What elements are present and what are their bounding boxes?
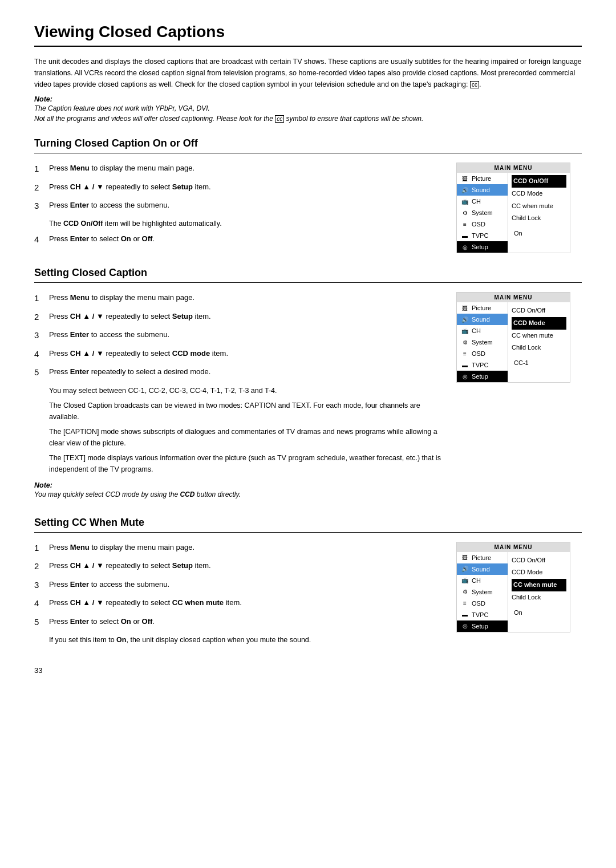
menu-title-2: MAIN MENU xyxy=(457,293,570,302)
setup-icon-1: ◎ xyxy=(460,243,469,251)
step-3-2: 2 Press CH ▲ / ▼ repeatedly to select Se… xyxy=(34,560,445,573)
extra-2-2: The Closed Caption broadcasts can be vie… xyxy=(49,400,445,423)
menu-item-setup-1: ◎Setup xyxy=(457,241,508,253)
menu-right-childlock-2: Child Lock xyxy=(512,342,566,354)
menu-right-ccdonoff-1: CCD On/Off xyxy=(512,175,566,188)
step-1-2: 2 Press CH ▲ / ▼ repeatedly to select Se… xyxy=(34,181,445,194)
sound-icon-1: 🔊 xyxy=(460,186,469,194)
menu-right-1: CCD On/Off CCD Mode CC when mute Child L… xyxy=(508,173,570,253)
section-1-steps: 1 Press Menu to display the menu main pa… xyxy=(34,163,445,252)
menu-item-picture-1: 🖼Picture xyxy=(457,173,508,184)
section-1-title: Turning Closed Caption On or Off xyxy=(34,137,582,153)
menu-right-2: CCD On/Off CCD Mode CC when mute Child L… xyxy=(508,302,570,382)
step-3-1: 1 Press Menu to display the menu main pa… xyxy=(34,542,445,555)
menu-item-ch-3: 📺CH xyxy=(457,575,508,586)
section-3-title: Setting CC When Mute xyxy=(34,517,582,533)
step-2-1: 1 Press Menu to display the menu main pa… xyxy=(34,292,445,305)
osd-icon-2: ≡ xyxy=(460,350,469,358)
step-2-4: 4 Press CH ▲ / ▼ repeatedly to select CC… xyxy=(34,348,445,361)
menu-item-setup-2: ◎Setup xyxy=(457,371,508,382)
section-1-container: 1 Press Menu to display the menu main pa… xyxy=(34,163,582,253)
page-title: Viewing Closed Captions xyxy=(34,23,582,47)
system-icon-3: ⚙ xyxy=(460,588,469,596)
picture-icon-2: 🖼 xyxy=(460,304,469,312)
ch-icon-2: 📺 xyxy=(460,327,469,335)
menu-widget-3: MAIN MENU 🖼Picture 🔊Sound 📺CH ⚙System xyxy=(456,542,582,632)
note-line-1: The Caption feature does not work with Y… xyxy=(34,103,582,113)
menu-right-ccmute-2: CC when mute xyxy=(512,330,566,342)
menu-item-sound-3: 🔊Sound xyxy=(457,563,508,575)
menu-left-2: 🖼Picture 🔊Sound 📺CH ⚙System ≡OSD xyxy=(457,302,508,382)
step-1-1: 1 Press Menu to display the menu main pa… xyxy=(34,163,445,176)
ch-icon-1: 📺 xyxy=(460,197,469,205)
menu-item-sound-2: 🔊Sound xyxy=(457,314,508,325)
menu-item-picture-2: 🖼Picture xyxy=(457,302,508,314)
menu-right-ccdonoff-3: CCD On/Off xyxy=(512,554,566,567)
step-1-3-sub: The CCD On/Off item will be highlighted … xyxy=(49,218,445,229)
step-3-5: 5 Press Enter to select On or Off. xyxy=(34,616,445,629)
menu-right-ccdmode-1: CCD Mode xyxy=(512,188,566,200)
menu-right-ccmute-1: CC when mute xyxy=(512,200,566,213)
step-1-3: 3 Press Enter to access the submenu. xyxy=(34,200,445,213)
intro-text: The unit decodes and displays the closed… xyxy=(34,56,582,90)
step-2-2: 2 Press CH ▲ / ▼ repeatedly to select Se… xyxy=(34,311,445,324)
extra-2-1: You may select between CC-1, CC-2, CC-3,… xyxy=(49,385,445,396)
setup-icon-2: ◎ xyxy=(460,372,469,380)
menu-value-1: On xyxy=(512,227,566,241)
section-2-steps: 1 Press Menu to display the menu main pa… xyxy=(34,292,445,503)
section-3-container: 1 Press Menu to display the menu main pa… xyxy=(34,542,582,650)
note-line-2: Not all the programs and videos will off… xyxy=(34,113,582,124)
menu-item-osd-2: ≡OSD xyxy=(457,348,508,359)
menu-item-setup-3: ◎Setup xyxy=(457,620,508,632)
section-2-container: 1 Press Menu to display the menu main pa… xyxy=(34,292,582,503)
menu-title-3: MAIN MENU xyxy=(457,542,570,552)
step-1-4: 4 Press Enter to select On or Off. xyxy=(34,233,445,246)
osd-icon-3: ≡ xyxy=(460,599,469,607)
menu-left-3: 🖼Picture 🔊Sound 📺CH ⚙System ≡OSD xyxy=(457,552,508,632)
menu-item-sound-1: 🔊Sound xyxy=(457,184,508,196)
menu-item-system-2: ⚙System xyxy=(457,336,508,348)
menu-right-ccdonoff-2: CCD On/Off xyxy=(512,305,566,317)
menu-right-ccdmode-3: CCD Mode xyxy=(512,566,566,579)
menu-right-3: CCD On/Off CCD Mode CC when mute Child L… xyxy=(508,552,570,632)
step-3-4: 4 Press CH ▲ / ▼ repeatedly to select CC… xyxy=(34,597,445,610)
menu-value-3: On xyxy=(512,606,566,620)
menu-item-system-1: ⚙System xyxy=(457,207,508,218)
menu-item-tvpc-1: ▬TVPC xyxy=(457,230,508,241)
menu-title-1: MAIN MENU xyxy=(457,163,570,173)
menu-item-picture-3: 🖼Picture xyxy=(457,552,508,563)
setup-icon-3: ◎ xyxy=(460,622,469,630)
step-3-3: 3 Press Enter to access the submenu. xyxy=(34,579,445,592)
menu-item-osd-3: ≡OSD xyxy=(457,598,508,609)
step-2-3: 3 Press Enter to access the submenu. xyxy=(34,329,445,342)
osd-icon-1: ≡ xyxy=(460,220,469,228)
system-icon-2: ⚙ xyxy=(460,338,469,346)
menu-item-tvpc-2: ▬TVPC xyxy=(457,359,508,371)
extra-2-3: The [CAPTION] mode shows subscripts of d… xyxy=(49,426,445,449)
menu-right-childlock-1: Child Lock xyxy=(512,212,566,225)
menu-item-osd-1: ≡OSD xyxy=(457,218,508,230)
extra-3-1: If you set this item to On, the unit dis… xyxy=(49,634,445,646)
picture-icon-1: 🖼 xyxy=(460,175,469,182)
intro-note: Note: The Caption feature does not work … xyxy=(34,95,582,124)
tvpc-icon-2: ▬ xyxy=(460,361,469,369)
extra-2-4: The [TEXT] mode displays various informa… xyxy=(49,452,445,475)
menu-item-ch-1: 📺CH xyxy=(457,196,508,207)
menu-item-ch-2: 📺CH xyxy=(457,325,508,336)
sound-icon-2: 🔊 xyxy=(460,315,469,323)
tvpc-icon-3: ▬ xyxy=(460,611,469,619)
menu-right-ccmute-3: CC when mute xyxy=(512,579,566,591)
menu-right-ccdmode-2: CCD Mode xyxy=(512,317,566,330)
section-3-steps: 1 Press Menu to display the menu main pa… xyxy=(34,542,445,650)
menu-item-tvpc-3: ▬TVPC xyxy=(457,609,508,620)
ch-icon-3: 📺 xyxy=(460,577,469,585)
step-2-5: 5 Press Enter repeatedly to select a des… xyxy=(34,366,445,379)
menu-item-system-3: ⚙System xyxy=(457,586,508,598)
section-2-title: Setting Closed Caption xyxy=(34,267,582,283)
menu-widget-2: MAIN MENU 🖼Picture 🔊Sound 📺CH ⚙System xyxy=(456,292,582,383)
system-icon-1: ⚙ xyxy=(460,209,469,217)
sound-icon-3: 🔊 xyxy=(460,565,469,573)
menu-right-childlock-3: Child Lock xyxy=(512,591,566,604)
menu-value-2: CC-1 xyxy=(512,356,566,370)
page-number: 33 xyxy=(34,666,582,675)
